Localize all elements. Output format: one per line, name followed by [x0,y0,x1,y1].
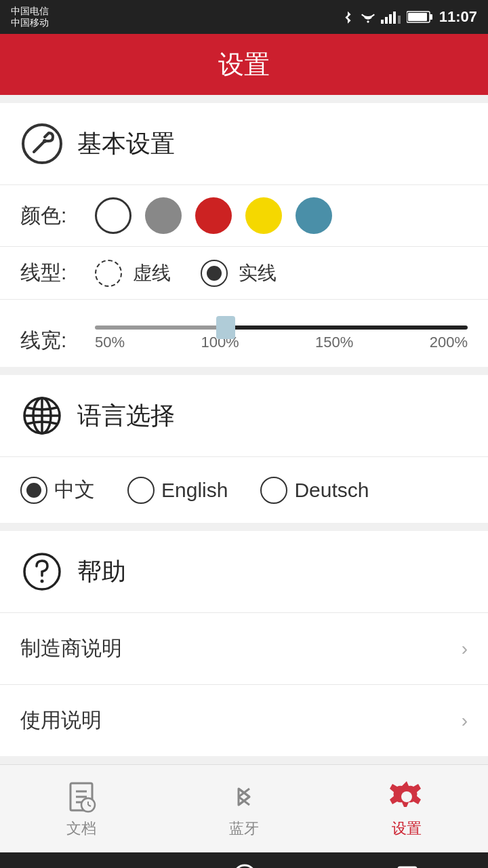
language-section-label: 语言选择 [77,399,175,433]
color-yellow[interactable] [245,197,282,234]
radio-chinese[interactable] [20,477,47,504]
chevron-manual-icon: › [462,710,468,732]
lang-english[interactable]: English [127,477,228,504]
basic-settings-header: 基本设置 [0,103,488,184]
color-red[interactable] [195,197,232,234]
home-icon [231,863,258,868]
slider-label-50: 50% [95,334,125,351]
line-type-solid-label: 实线 [239,260,277,286]
back-icon [69,864,94,868]
color-label: 颜色: [20,202,81,230]
help-section-header: 帮助 [0,531,488,612]
svg-rect-7 [408,13,427,21]
home-button[interactable] [231,863,258,868]
lang-chinese[interactable]: 中文 [20,476,95,504]
recent-icon [396,865,419,868]
radio-solid-fill [207,266,222,281]
bluetooth-status-icon [342,10,355,24]
app-header: 设置 [0,34,488,95]
status-bar: 中国电信 中国移动 11:07 [0,0,488,34]
color-white[interactable] [95,197,131,234]
page-title: 设置 [218,47,270,82]
help-icon [20,550,64,593]
radio-dashed[interactable] [95,260,122,287]
radio-solid[interactable] [201,260,228,287]
signal-status-icon [381,10,401,24]
language-options-row: 中文 English Deutsch [0,456,488,523]
lang-chinese-label: 中文 [54,476,95,504]
line-type-dashed-label: 虚线 [133,260,171,286]
color-row: 颜色: [0,184,488,246]
back-button[interactable] [69,864,94,868]
nav-bluetooth-label: 蓝牙 [229,818,259,839]
nav-settings-label: 设置 [392,818,422,839]
chevron-manufacturer-icon: › [462,638,468,660]
carrier1: 中国电信 [11,5,49,17]
basic-settings-label: 基本设置 [77,127,175,161]
main-content: 基本设置 颜色: 线型: 虚线 [0,95,488,764]
manual-label: 使用说明 [20,707,102,734]
radio-english[interactable] [127,477,155,504]
svg-rect-0 [381,20,384,24]
basic-settings-section: 基本设置 颜色: 线型: 虚线 [0,103,488,367]
line-width-slider-track[interactable] [95,326,468,330]
wifi-status-icon [361,11,375,23]
recent-button[interactable] [396,865,419,868]
color-gray[interactable] [145,197,182,234]
nav-bluetooth[interactable]: 蓝牙 [163,772,325,846]
bottom-nav: 文档 蓝牙 设置 [0,764,488,852]
manufacturer-label: 制造商说明 [20,635,122,663]
carrier2: 中国移动 [11,17,49,28]
nav-settings[interactable]: 设置 [325,772,488,846]
wrench-icon [20,122,64,165]
globe-icon [20,394,64,437]
nav-docs-label: 文档 [66,818,96,839]
help-section: 帮助 制造商说明 › 使用说明 › [0,531,488,756]
line-type-options: 虚线 实线 [95,260,468,287]
battery-status-icon [407,10,434,24]
svg-rect-2 [389,14,392,24]
manual-row[interactable]: 使用说明 › [0,684,488,756]
language-section-header: 语言选择 [0,375,488,456]
line-type-solid-group[interactable]: 实线 [201,260,277,287]
line-type-label: 线型: [20,259,81,287]
help-section-label: 帮助 [77,555,126,589]
line-type-row: 线型: 虚线 实线 [0,246,488,299]
docs-icon [64,779,99,814]
nav-docs[interactable]: 文档 [0,772,163,846]
nav-bluetooth-icon [226,779,262,814]
radio-chinese-fill [26,483,41,498]
svg-rect-3 [393,12,396,24]
line-width-label: 线宽: [20,315,81,355]
manufacturer-row[interactable]: 制造商说明 › [0,612,488,684]
svg-point-25 [401,791,412,802]
svg-point-9 [43,139,47,143]
slider-labels: 50% 100% 150% 200% [95,334,468,351]
status-icons: 11:07 [342,8,477,26]
lang-english-label: English [161,479,228,502]
line-width-row: 线宽: 50% 100% 150% 200% [0,299,488,367]
svg-point-27 [234,865,256,868]
svg-rect-6 [430,14,432,20]
slider-label-150: 150% [315,334,353,351]
line-type-dashed-group[interactable]: 虚线 [95,260,171,287]
line-width-slider-container: 50% 100% 150% 200% [95,315,468,351]
lang-deutsch[interactable]: Deutsch [260,477,369,504]
system-nav [0,852,488,868]
svg-point-15 [41,580,44,583]
color-teal[interactable] [296,197,332,234]
slider-thumb[interactable] [216,316,235,339]
nav-settings-icon [389,779,424,814]
slider-label-200: 200% [430,334,468,351]
svg-rect-1 [385,17,388,24]
language-section: 语言选择 中文 English Deutsch [0,375,488,523]
time-display: 11:07 [439,8,477,26]
radio-deutsch[interactable] [260,477,287,504]
lang-deutsch-label: Deutsch [294,479,369,502]
svg-rect-4 [398,16,401,24]
color-options [95,197,468,234]
carrier-info: 中国电信 中国移动 [11,5,49,28]
